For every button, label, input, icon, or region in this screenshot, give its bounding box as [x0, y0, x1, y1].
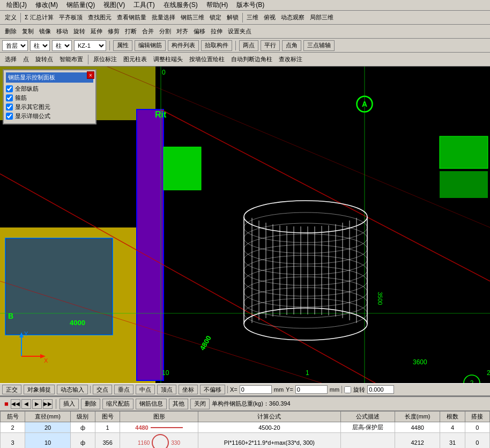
- btn-nav-last[interactable]: ▶▶: [43, 399, 53, 409]
- btn-trim[interactable]: 修剪: [105, 26, 122, 38]
- svg-text:1: 1: [306, 369, 309, 377]
- btn-define[interactable]: 定义: [2, 12, 19, 24]
- btn-edit-rebar[interactable]: 编辑钢筋: [135, 40, 166, 51]
- toolbar-3: 选择 点 旋转点 智能布置 原位标注 图元柱表 调整柱端头 按墙位置绘柱 自动判…: [0, 53, 490, 67]
- btn-col-table[interactable]: 图元柱表: [121, 54, 150, 65]
- menu-online[interactable]: 在线服务(S): [159, 0, 202, 11]
- btn-offset[interactable]: 偏移: [191, 26, 208, 38]
- btn-intersection[interactable]: 交点: [93, 385, 112, 394]
- menu-view[interactable]: 视图(V): [99, 0, 129, 11]
- btn-copy[interactable]: 复制: [19, 26, 36, 38]
- floor-select[interactable]: 首层: [2, 40, 28, 51]
- btn-no-offset[interactable]: 不偏移: [200, 385, 225, 394]
- type-select[interactable]: 柱: [30, 40, 50, 51]
- menu-rebar[interactable]: 钢筋量(Q): [62, 0, 99, 11]
- menu-tools[interactable]: 工具(T): [129, 0, 159, 11]
- cell-shape-num: 1: [95, 422, 120, 433]
- btn-align[interactable]: 对齐: [174, 26, 191, 38]
- cell-formula: 4500-20: [198, 422, 340, 433]
- btn-perp[interactable]: 垂点: [114, 385, 133, 394]
- btn-smart-layout[interactable]: 智能布置: [57, 54, 86, 65]
- btn-lock[interactable]: 锁定: [207, 12, 224, 24]
- btn-mirror[interactable]: 镜像: [36, 26, 54, 38]
- btn-draw-by-wall[interactable]: 按墙位置绘柱: [187, 54, 227, 65]
- btn-scale-fit[interactable]: 缩尺配筋: [102, 399, 133, 409]
- btn-check-annotation[interactable]: 查改标注: [276, 54, 305, 65]
- subtype-select[interactable]: 柱: [52, 40, 72, 51]
- btn-annotation[interactable]: 原位标注: [91, 54, 120, 65]
- ctrl-option-other[interactable]: 显示其它图元: [6, 103, 93, 111]
- ctrl-option-longrebar[interactable]: 全部纵筋: [6, 85, 93, 93]
- btn-property[interactable]: 属性: [113, 40, 132, 51]
- btn-three-point[interactable]: 三点辅轴: [303, 40, 335, 51]
- btn-member-list[interactable]: 构件列表: [168, 40, 199, 51]
- btn-batch-select[interactable]: 批量选择: [149, 12, 178, 24]
- btn-top-view[interactable]: 俯视: [261, 12, 278, 24]
- btn-midpoint[interactable]: 中点: [136, 385, 155, 394]
- btn-insert[interactable]: 插入: [60, 399, 79, 409]
- btn-select[interactable]: 选择: [2, 54, 19, 65]
- btn-other[interactable]: 其他: [169, 399, 188, 409]
- btn-stretch[interactable]: 拉伸: [208, 26, 225, 38]
- btn-close[interactable]: 关闭: [190, 399, 210, 409]
- menu-version[interactable]: 版本号(B): [232, 0, 269, 11]
- btn-move[interactable]: 移动: [54, 26, 71, 38]
- y-input[interactable]: [295, 385, 328, 394]
- btn-flush-top[interactable]: 平齐板顶: [56, 12, 85, 24]
- ctrl-option-stirrup[interactable]: 箍筋: [6, 94, 93, 102]
- btn-nav-first[interactable]: ◀◀: [11, 399, 20, 409]
- btn-auto-corner[interactable]: 自动判断边角柱: [228, 54, 275, 65]
- rotate-input[interactable]: [367, 385, 394, 394]
- btn-rebar-info[interactable]: 钢筋信息: [136, 399, 167, 409]
- menu-draw[interactable]: 绘图(J): [2, 0, 31, 11]
- btn-delete[interactable]: 删除: [2, 26, 19, 38]
- btn-vertex[interactable]: 顶点: [157, 385, 176, 394]
- btn-local-3d[interactable]: 局部三维: [307, 12, 336, 24]
- ctrl-panel-close-btn[interactable]: ×: [87, 71, 94, 79]
- col-grade: 级别: [70, 412, 95, 422]
- rebar-close-icon: ■: [4, 400, 9, 408]
- cell-count: 4: [440, 422, 465, 433]
- table-row[interactable]: 2 20 ф 1 4480 4500-20 层高-保护层 4480 4 0: [1, 422, 490, 433]
- btn-break[interactable]: 打断: [122, 26, 139, 38]
- btn-3d[interactable]: 三维: [244, 12, 261, 24]
- btn-pickup[interactable]: 抬取构件: [201, 40, 232, 51]
- btn-unlock[interactable]: 解锁: [224, 12, 241, 24]
- btn-dynamic-input[interactable]: 动态输入: [57, 385, 88, 394]
- btn-extend[interactable]: 延伸: [88, 26, 105, 38]
- btn-grip[interactable]: 设置夹点: [225, 26, 254, 38]
- btn-nav-next[interactable]: ▶: [32, 399, 42, 409]
- btn-parallel[interactable]: 平行: [261, 40, 280, 51]
- svg-rect-11: [440, 171, 488, 198]
- cell-shape-num: 356: [95, 433, 120, 449]
- btn-calc[interactable]: Σ 汇总计算: [22, 12, 56, 24]
- btn-rotate-point[interactable]: 旋转点: [33, 54, 56, 65]
- svg-text:B: B: [8, 312, 13, 320]
- rebar-table[interactable]: 筋号 直径(mm) 级别 图号 图形 计算公式 公式描述 长度(mm) 根数 搭…: [0, 411, 490, 448]
- element-select[interactable]: KZ-1: [74, 40, 106, 51]
- btn-adjust-end[interactable]: 调整柱端头: [151, 54, 185, 65]
- btn-split[interactable]: 分割: [157, 26, 174, 38]
- ctrl-option-formula[interactable]: 显示详细公式: [6, 112, 93, 120]
- btn-ortho[interactable]: 正交: [2, 385, 21, 394]
- rotate-checkbox[interactable]: [344, 386, 351, 393]
- btn-snap[interactable]: 对象捕捉: [24, 385, 55, 394]
- menu-modify[interactable]: 修改(M): [31, 0, 62, 11]
- btn-angle[interactable]: 点角: [282, 40, 301, 51]
- btn-dynamic-view[interactable]: 动态观察: [278, 12, 307, 24]
- btn-point[interactable]: 点: [20, 54, 32, 65]
- btn-rebar-3d[interactable]: 钢筋三维: [178, 12, 207, 24]
- btn-coord[interactable]: 坐标: [179, 385, 198, 394]
- x-input[interactable]: [240, 385, 272, 394]
- btn-find[interactable]: 查找图元: [85, 12, 114, 24]
- btn-merge[interactable]: 合并: [139, 26, 157, 38]
- table-row[interactable]: 3 10 ф 356 1160 330 PI*1160+2*11.9*d+max…: [1, 433, 490, 449]
- rebar-data-table: 筋号 直径(mm) 级别 图号 图形 计算公式 公式描述 长度(mm) 根数 搭…: [0, 411, 490, 448]
- btn-nav-prev[interactable]: ◀: [21, 399, 31, 409]
- btn-two-point[interactable]: 两点: [239, 40, 258, 51]
- menu-help[interactable]: 帮助(H): [202, 0, 233, 11]
- svg-text:2: 2: [470, 379, 474, 383]
- btn-view-rebar[interactable]: 查看钢筋量: [114, 12, 149, 24]
- btn-remove[interactable]: 删除: [81, 399, 100, 409]
- btn-rotate[interactable]: 旋转: [71, 26, 88, 38]
